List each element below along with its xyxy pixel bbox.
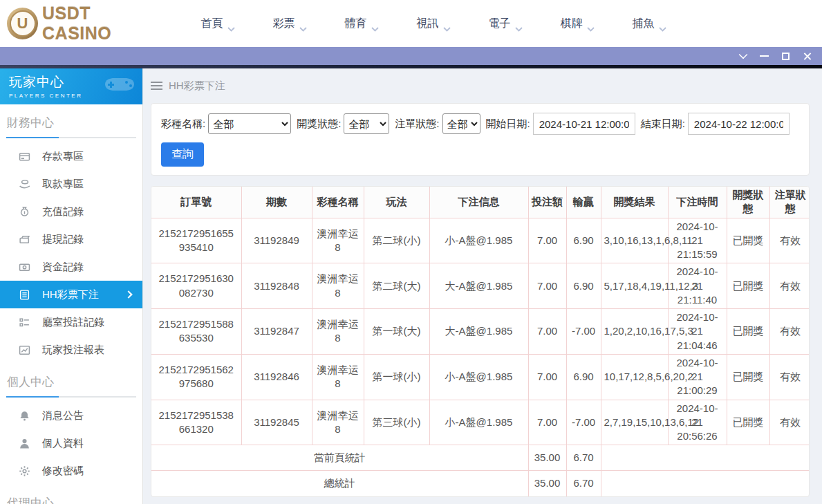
column-header: 注單狀態 bbox=[769, 187, 810, 218]
window-minimize-button[interactable] bbox=[754, 47, 775, 65]
chevron-down-icon bbox=[443, 22, 451, 27]
sidebar-item-announcements[interactable]: 消息公告 bbox=[0, 402, 142, 429]
maximize-icon bbox=[782, 53, 790, 60]
chevron-down-icon bbox=[227, 22, 235, 27]
cell: 小-A盤@1.985 bbox=[429, 354, 528, 400]
nav-item-chess[interactable]: 棋牌 bbox=[541, 0, 613, 47]
close-icon bbox=[803, 52, 812, 61]
cell: 6.90 bbox=[566, 218, 601, 263]
sidebar-item-label: 取款專區 bbox=[42, 178, 84, 191]
minimize-icon bbox=[760, 55, 769, 57]
bets-table: 訂單號期數彩種名稱玩法下注信息投注額輸贏開獎結果下注時間開獎狀態注單狀態 215… bbox=[151, 187, 810, 496]
sidebar-item-hall-bet-records[interactable]: 廳室投註記錄 bbox=[0, 308, 142, 336]
filter-panel: 彩種名稱: 全部 開獎狀態: 全部 注單狀態: 全部 開始日期: 結束日期: bbox=[151, 103, 810, 176]
cell: 31192846 bbox=[241, 354, 312, 400]
window-close-button[interactable] bbox=[796, 47, 818, 65]
nav-item-label: 捕魚 bbox=[633, 17, 655, 31]
chevron-right-icon bbox=[124, 290, 132, 298]
cell: 2,7,19,15,10,13,6,12 bbox=[601, 400, 668, 445]
nav-item-fishing[interactable]: 捕魚 bbox=[613, 0, 685, 47]
money-bag-icon bbox=[19, 206, 30, 218]
breadcrumb: HH彩票下注 bbox=[151, 68, 810, 103]
draw-status-select[interactable]: 全部 bbox=[344, 113, 389, 134]
cell: 2152172951655935410 bbox=[151, 218, 241, 263]
cell: 6.90 bbox=[566, 263, 601, 309]
cell: 已開獎 bbox=[727, 218, 769, 263]
column-header: 訂單號 bbox=[151, 187, 241, 218]
sidebar-item-withdraw[interactable]: 取款專區 bbox=[0, 170, 142, 198]
sidebar-item-label: 玩家投注報表 bbox=[42, 344, 104, 357]
cell: -7.00 bbox=[566, 309, 601, 355]
top-header: U USDT CASINO 首頁彩票體育視訊電子棋牌捕魚 bbox=[0, 0, 822, 47]
sidebar-item-withdraw-record[interactable]: 提現記錄 bbox=[0, 225, 142, 253]
order-status-label: 注單狀態: bbox=[395, 118, 439, 131]
cell: 2152172951538661320 bbox=[151, 400, 241, 445]
window-maximize-button[interactable] bbox=[775, 47, 796, 65]
nav-item-sports[interactable]: 體育 bbox=[326, 0, 398, 47]
hall-list-icon bbox=[19, 317, 30, 328]
cell: 第二球(大) bbox=[364, 263, 429, 309]
sidebar-item-player-report[interactable]: 玩家投注報表 bbox=[0, 336, 142, 364]
menu-toggle-icon[interactable] bbox=[151, 82, 162, 90]
cell: 7.00 bbox=[528, 400, 566, 445]
search-button[interactable]: 查詢 bbox=[161, 142, 204, 167]
nav-item-label: 彩票 bbox=[273, 17, 295, 31]
table-row: 215217295163008273031192848澳洲幸运8第二球(大)大-… bbox=[151, 263, 810, 309]
cell: 大-A盤@1.985 bbox=[429, 309, 528, 355]
sidebar-item-funds-record[interactable]: 資金記錄 bbox=[0, 253, 142, 281]
sidebar-item-profile[interactable]: 個人資料 bbox=[0, 429, 142, 457]
sidebar-item-deposit[interactable]: 存款專區 bbox=[0, 142, 142, 170]
table-header-row: 訂單號期數彩種名稱玩法下注信息投注額輸贏開獎結果下注時間開獎狀態注單狀態 bbox=[151, 187, 810, 218]
logo-letter: U bbox=[10, 10, 36, 37]
cell: 大-A盤@1.985 bbox=[429, 263, 528, 309]
sidebar-item-label: 存款專區 bbox=[42, 150, 84, 163]
cell: 澳洲幸运8 bbox=[312, 309, 364, 355]
table-row: 215217295153866132031192845澳洲幸运8第三球(小)小-… bbox=[151, 400, 810, 445]
nav-item-label: 首頁 bbox=[201, 17, 223, 31]
cell: 1,20,2,10,16,17,5,3 bbox=[601, 309, 668, 355]
sidebar-item-label: 充值記錄 bbox=[42, 205, 84, 218]
main-nav: 首頁彩票體育視訊電子棋牌捕魚 bbox=[182, 0, 685, 47]
cell: 澳洲幸运8 bbox=[312, 263, 364, 309]
nav-item-lottery[interactable]: 彩票 bbox=[254, 0, 326, 47]
cell: 31192848 bbox=[241, 263, 312, 309]
chevron-down-icon bbox=[371, 22, 379, 27]
column-header: 下注信息 bbox=[429, 187, 528, 218]
sidebar-item-label: 廳室投註記錄 bbox=[42, 316, 104, 329]
cell: 第一球(小) bbox=[364, 354, 429, 400]
nav-item-slots[interactable]: 電子 bbox=[469, 0, 541, 47]
column-header: 輸贏 bbox=[566, 187, 601, 218]
nav-item-home[interactable]: 首頁 bbox=[182, 0, 254, 47]
sidebar-item-hh-lottery-bets[interactable]: HH彩票下注 bbox=[0, 281, 142, 308]
bell-icon bbox=[19, 410, 30, 422]
lottery-name-select[interactable]: 全部 bbox=[208, 113, 291, 134]
total-summary-row: 總統計35.006.70 bbox=[151, 471, 810, 496]
sidebar-item-label: HH彩票下注 bbox=[42, 288, 99, 301]
sidebar-item-recharge-record[interactable]: 充值記錄 bbox=[0, 198, 142, 225]
table-row: 215217295165593541031192849澳洲幸运8第二球(小)小-… bbox=[151, 218, 810, 263]
sidebar-item-label: 提現記錄 bbox=[42, 233, 84, 246]
usdt-casino-logo[interactable]: U USDT CASINO bbox=[7, 3, 162, 44]
window-collapse-button[interactable] bbox=[732, 47, 754, 65]
bets-table-card: 訂單號期數彩種名稱玩法下注信息投注額輸贏開獎結果下注時間開獎狀態注單狀態 215… bbox=[151, 186, 810, 497]
draw-status-label: 開獎狀態: bbox=[297, 118, 341, 131]
order-status-select[interactable]: 全部 bbox=[442, 113, 480, 134]
main-content: HH彩票下注 彩種名稱: 全部 開獎狀態: 全部 注單狀態: 全部 bbox=[143, 68, 822, 504]
nav-item-video[interactable]: 視訊 bbox=[398, 0, 469, 47]
cell: 31192849 bbox=[241, 218, 312, 263]
cell: 3,10,16,13,1,6,8,11 bbox=[601, 218, 668, 263]
chevron-down-icon bbox=[738, 50, 747, 59]
section-underline bbox=[6, 137, 136, 138]
sidebar: 玩家中心 PLAYERS CENTER 財務中心存款專區取款專區充值記錄提現記錄… bbox=[0, 68, 143, 504]
page-title: HH彩票下注 bbox=[169, 80, 225, 93]
column-header: 下注時間 bbox=[668, 187, 727, 218]
gamepad-icon bbox=[104, 73, 136, 96]
column-header: 開獎結果 bbox=[601, 187, 668, 218]
sidebar-item-change-password[interactable]: 修改密碼 bbox=[0, 457, 142, 485]
banknote-icon bbox=[19, 234, 30, 245]
report-chart-icon bbox=[19, 344, 30, 356]
end-date-input[interactable] bbox=[688, 113, 790, 135]
start-date-input[interactable] bbox=[533, 113, 635, 135]
funds-icon bbox=[19, 261, 30, 273]
cell: 小-A盤@1.985 bbox=[429, 400, 528, 445]
